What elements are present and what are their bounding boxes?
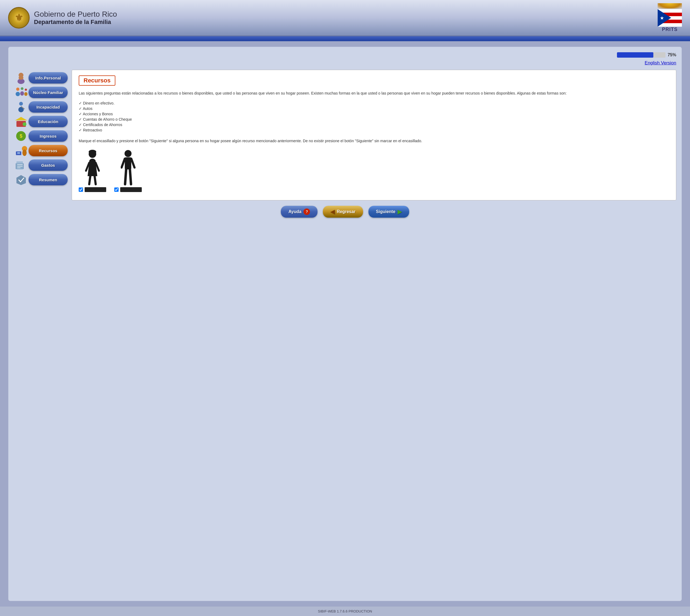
progress-area: 75% bbox=[14, 52, 676, 58]
persons-area bbox=[79, 149, 669, 192]
svg-line-38 bbox=[131, 159, 134, 168]
btn-ingresos[interactable]: Ingresos bbox=[28, 130, 68, 142]
list-item: Retroactivo bbox=[79, 127, 669, 133]
sidebar-item-nucleo-familiar[interactable]: Núcleo Familiar bbox=[14, 86, 68, 99]
english-version-link[interactable]: English Version bbox=[645, 60, 676, 66]
svg-point-2 bbox=[19, 76, 23, 80]
svg-rect-18 bbox=[17, 152, 20, 154]
list-item: Autos bbox=[79, 106, 669, 111]
svg-point-35 bbox=[125, 150, 131, 157]
description-text: Las siguientes preguntas están relaciona… bbox=[79, 90, 669, 96]
svg-text:$: $ bbox=[20, 133, 22, 139]
btn-recursos[interactable]: Recursos bbox=[28, 145, 68, 156]
avatar-ingresos: $ bbox=[14, 129, 28, 143]
progress-bar-container: 75% bbox=[617, 52, 676, 58]
svg-point-3 bbox=[16, 88, 19, 91]
sidebar-item-gastos[interactable]: Gastos bbox=[14, 158, 68, 172]
progress-bar-fill bbox=[617, 52, 653, 58]
prits-flag: ★ bbox=[658, 9, 682, 27]
sidebar-item-educacion[interactable]: Educación bbox=[14, 115, 68, 128]
english-link-area: English Version bbox=[14, 60, 676, 66]
header-title: Gobierno de Puerto Rico Departamento de … bbox=[34, 10, 117, 26]
avatar-info-personal bbox=[14, 71, 28, 85]
svg-line-39 bbox=[125, 170, 126, 184]
btn-incapacidad[interactable]: Incapacidad bbox=[28, 101, 68, 113]
svg-point-7 bbox=[25, 89, 27, 91]
svg-point-5 bbox=[21, 87, 23, 90]
btn-educacion[interactable]: Educación bbox=[28, 116, 68, 127]
footer: SIBIF-WEB 1.7.6.6 PRODUCTION bbox=[0, 607, 690, 616]
prits-star: ★ bbox=[660, 16, 664, 20]
person2-checkbox[interactable] bbox=[114, 188, 119, 192]
male-silhouette bbox=[121, 149, 135, 185]
female-silhouette bbox=[84, 149, 101, 185]
sidebar-item-ingresos[interactable]: $ Ingresos bbox=[14, 129, 68, 143]
progress-bar-track bbox=[617, 52, 666, 58]
svg-point-28 bbox=[89, 150, 96, 154]
prits-sunrays bbox=[658, 3, 682, 8]
regresar-label: Regresar bbox=[337, 209, 355, 214]
sidebar-item-incapacidad[interactable]: Incapacidad bbox=[14, 100, 68, 114]
ayuda-button[interactable]: Ayuda ? bbox=[281, 206, 317, 218]
svg-point-9 bbox=[19, 102, 23, 106]
prits-label: PRITS bbox=[662, 27, 677, 32]
header-left: Gobierno de Puerto Rico Departamento de … bbox=[8, 7, 117, 28]
person1-checkbox[interactable] bbox=[79, 188, 83, 192]
resource-list: Dinero en efectivo. Autos Acciones y Bon… bbox=[79, 101, 669, 133]
btn-gastos[interactable]: Gastos bbox=[28, 159, 68, 171]
sidebar-item-info-personal[interactable]: Info.Personal bbox=[14, 71, 68, 85]
title-main: Gobierno de Puerto Rico bbox=[34, 10, 117, 19]
arrow-left-icon: ◀ bbox=[331, 208, 334, 215]
person2-name-bar bbox=[120, 187, 142, 192]
sidebar: Info.Personal Núcleo Familiar bbox=[14, 70, 68, 200]
list-item: Acciones y Bonos bbox=[79, 111, 669, 117]
ayuda-label: Ayuda bbox=[288, 209, 301, 214]
avatar-educacion bbox=[14, 115, 28, 128]
content-box: 75% English Version bbox=[8, 47, 682, 601]
sidebar-item-resumen[interactable]: Resumen bbox=[14, 173, 68, 186]
instruction-text: Marque el encasillado y presione el botó… bbox=[79, 138, 669, 144]
regresar-button[interactable]: ◀ Regresar bbox=[323, 206, 363, 218]
person1-checkbox-row bbox=[79, 187, 106, 192]
list-item: Certificados de Ahorros bbox=[79, 122, 669, 127]
avatar-resumen bbox=[14, 173, 28, 186]
avatar-incapacidad bbox=[14, 100, 28, 114]
svg-point-4 bbox=[16, 92, 20, 96]
person2-checkbox-row bbox=[114, 187, 142, 192]
svg-marker-13 bbox=[15, 117, 27, 120]
avatar-nucleo-familiar bbox=[14, 86, 28, 99]
sidebar-item-recursos[interactable]: Recursos bbox=[14, 144, 68, 157]
progress-percent: 75% bbox=[668, 52, 676, 58]
btn-nucleo-familiar[interactable]: Núcleo Familiar bbox=[28, 87, 68, 98]
svg-point-8 bbox=[24, 92, 27, 96]
list-item: Dinero en efectivo. bbox=[79, 101, 669, 106]
prits-flag-inner: ★ bbox=[658, 9, 682, 27]
svg-marker-26 bbox=[17, 175, 26, 185]
btn-info-personal[interactable]: Info.Personal bbox=[28, 72, 68, 84]
gov-seal bbox=[8, 7, 30, 28]
arrow-right-icon: ▶ bbox=[398, 208, 402, 215]
person-figure-2 bbox=[114, 149, 142, 192]
question-icon: ? bbox=[304, 208, 310, 215]
svg-point-20 bbox=[22, 150, 27, 156]
svg-line-33 bbox=[89, 176, 90, 184]
svg-point-14 bbox=[23, 122, 26, 126]
bottom-buttons: Ayuda ? ◀ Regresar Siguiente ▶ bbox=[14, 206, 676, 220]
siguiente-button[interactable]: Siguiente ▶ bbox=[369, 206, 409, 218]
main-panel: Recursos Las siguientes preguntas están … bbox=[72, 70, 676, 200]
svg-line-37 bbox=[122, 159, 125, 168]
svg-rect-22 bbox=[17, 161, 23, 170]
siguiente-label: Siguiente bbox=[376, 209, 395, 214]
svg-line-34 bbox=[95, 176, 96, 184]
avatar-gastos bbox=[14, 158, 28, 172]
section-title: Recursos bbox=[84, 77, 110, 84]
btn-resumen[interactable]: Resumen bbox=[28, 174, 68, 185]
avatar-recursos bbox=[14, 144, 28, 157]
person1-name-bar bbox=[85, 187, 106, 192]
list-item: Cuentas de Ahorro o Cheque bbox=[79, 117, 669, 122]
header: Gobierno de Puerto Rico Departamento de … bbox=[0, 0, 690, 36]
svg-line-40 bbox=[130, 170, 131, 184]
footer-text: SIBIF-WEB 1.7.6.6 PRODUCTION bbox=[318, 609, 372, 613]
section-title-box: Recursos bbox=[79, 75, 116, 86]
two-column-layout: Info.Personal Núcleo Familiar bbox=[14, 70, 676, 200]
